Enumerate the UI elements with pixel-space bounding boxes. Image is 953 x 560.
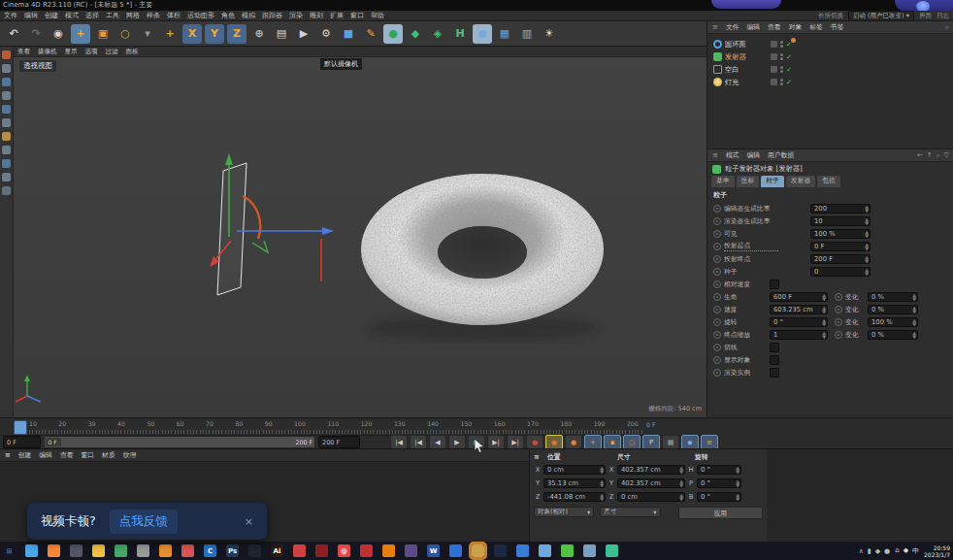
keyframe-selection-button[interactable]: ● bbox=[565, 435, 582, 449]
attribute-nav-icon[interactable]: ▽ bbox=[944, 149, 949, 161]
snap-icon[interactable] bbox=[2, 159, 11, 168]
close-icon[interactable]: × bbox=[245, 515, 253, 528]
lock-z-icon[interactable]: Z bbox=[227, 24, 246, 44]
variation-field[interactable]: 100 %▲▼ bbox=[868, 317, 918, 327]
coreldraw-icon[interactable]: C bbox=[204, 544, 216, 557]
viewport-menu-item[interactable]: 显示 bbox=[65, 47, 78, 56]
illustrator-icon[interactable]: Ai bbox=[271, 544, 283, 557]
param-circle-icon[interactable] bbox=[713, 293, 721, 301]
object-row[interactable]: 发射器 ✓ bbox=[707, 50, 953, 63]
rotation-field[interactable]: 0 °▲▼ bbox=[697, 492, 741, 502]
wechat-icon[interactable] bbox=[561, 544, 574, 557]
photoshop-icon[interactable]: Ps bbox=[226, 544, 239, 557]
menu-item[interactable]: 雕刻 bbox=[310, 11, 323, 20]
attribute-tab[interactable]: 包括 bbox=[817, 176, 840, 187]
camera-app-icon[interactable] bbox=[248, 544, 261, 557]
qq-icon[interactable] bbox=[25, 544, 38, 557]
size-field[interactable]: 0 cm▲▼ bbox=[617, 492, 685, 502]
rotation-field[interactable]: 0 °▲▼ bbox=[697, 465, 741, 475]
folder2-icon[interactable] bbox=[583, 544, 596, 557]
camera-icon[interactable]: ▥ bbox=[517, 24, 537, 44]
next-key-button[interactable]: ▶| bbox=[487, 435, 505, 449]
settings-orange-icon[interactable] bbox=[159, 544, 172, 557]
edges-mode-icon[interactable] bbox=[2, 105, 11, 114]
move-tool-icon[interactable]: + bbox=[71, 24, 90, 44]
primitive-cube-icon[interactable]: ■ bbox=[339, 24, 358, 44]
param-checkbox[interactable] bbox=[770, 343, 779, 352]
blender-icon[interactable] bbox=[382, 544, 395, 557]
search-icon[interactable]: ⌕ bbox=[945, 21, 949, 33]
attribute-tab[interactable]: 发射器 bbox=[786, 176, 815, 187]
subdivision-surface-icon[interactable]: ● bbox=[383, 24, 403, 44]
param-circle-icon[interactable] bbox=[835, 293, 842, 301]
param-checkbox[interactable] bbox=[770, 368, 779, 378]
tray-icon[interactable]: ▮ bbox=[868, 547, 871, 555]
tray-icon[interactable]: ◆ bbox=[875, 547, 880, 555]
folder-yellow-icon[interactable] bbox=[92, 544, 105, 557]
param-field[interactable]: 100 %▲▼ bbox=[810, 229, 871, 239]
menu-item[interactable]: 创建 bbox=[45, 11, 58, 20]
material-menu-item[interactable]: 材质 bbox=[102, 449, 115, 461]
tray-icon[interactable]: 中 bbox=[912, 546, 919, 556]
position-field[interactable]: -441.08 cm▲▼ bbox=[543, 492, 606, 502]
purple-app-icon[interactable] bbox=[405, 544, 417, 557]
param-checkbox[interactable] bbox=[770, 355, 779, 365]
layout-dropdown[interactable]: 启动 (用户已改变) ▾ bbox=[848, 11, 914, 21]
workplane-icon[interactable] bbox=[2, 173, 11, 181]
material-menu-item[interactable]: 窗口 bbox=[81, 449, 94, 461]
param-field[interactable]: 200 F▲▼ bbox=[810, 254, 871, 264]
menu-item[interactable]: 运动图形 bbox=[187, 11, 214, 20]
start-button[interactable]: ⊞ bbox=[3, 544, 16, 557]
last-tool-icon[interactable]: ▾ bbox=[138, 24, 157, 44]
viewport-menu-item[interactable]: 摄像机 bbox=[38, 47, 57, 56]
viewport-solo-icon[interactable] bbox=[2, 146, 11, 154]
param-field[interactable]: 10▲▼ bbox=[810, 216, 871, 226]
param-circle-icon[interactable] bbox=[713, 243, 721, 250]
enable-check-icon[interactable]: ✓ bbox=[786, 66, 792, 74]
tray-icon[interactable]: ● bbox=[884, 547, 890, 555]
visibility-dots-icon[interactable] bbox=[780, 66, 783, 73]
timeline-ruler[interactable]: 1020304050607080901001101201301401501601… bbox=[0, 418, 718, 436]
object-name[interactable]: 发射器 bbox=[725, 52, 768, 62]
render-view-icon[interactable]: ▤ bbox=[272, 24, 291, 44]
object-manager-menu-item[interactable]: 对象 bbox=[789, 21, 803, 33]
menu-item[interactable]: 选择 bbox=[85, 11, 99, 20]
menu-item[interactable]: 模拟 bbox=[242, 11, 255, 20]
scale-tool-icon[interactable]: ▣ bbox=[93, 24, 113, 44]
torus-object[interactable] bbox=[353, 168, 615, 333]
menu-item[interactable]: 体积 bbox=[167, 11, 181, 20]
object-name[interactable]: 灯光 bbox=[725, 78, 768, 87]
object-row[interactable]: 空白 ✓ bbox=[707, 63, 953, 76]
param-circle-icon[interactable] bbox=[713, 230, 721, 238]
attribute-menu-item[interactable]: 用户数据 bbox=[768, 149, 794, 161]
range-start-handle[interactable]: 0 F bbox=[46, 438, 61, 446]
texture-mode-icon[interactable] bbox=[2, 78, 11, 86]
panel-menu-icon[interactable]: ≡ bbox=[5, 449, 11, 461]
solo-mode-button[interactable]: ≡ bbox=[701, 435, 718, 449]
prev-frame-button[interactable]: ◀ bbox=[429, 435, 446, 449]
material-menu-item[interactable]: 纹理 bbox=[123, 449, 137, 461]
apply-button[interactable]: 应用 bbox=[678, 507, 763, 519]
param-circle-icon[interactable] bbox=[713, 255, 721, 263]
material-tag-icon[interactable] bbox=[791, 38, 796, 43]
tray-icon[interactable]: ∧ bbox=[859, 547, 864, 555]
feedback-button[interactable]: 点我反馈 bbox=[110, 510, 178, 534]
panel-menu-icon[interactable]: ≡ bbox=[712, 21, 718, 33]
param-field[interactable]: 0▲▼ bbox=[810, 267, 871, 277]
object-name[interactable]: 空白 bbox=[725, 65, 768, 75]
attribute-menu-item[interactable]: 模式 bbox=[726, 149, 739, 161]
record-scale-toggle[interactable]: ▪ bbox=[604, 435, 621, 449]
polygons-mode-icon[interactable] bbox=[2, 118, 11, 127]
mail-app-icon[interactable]: @ bbox=[338, 544, 350, 557]
visibility-dots-icon[interactable] bbox=[780, 41, 783, 48]
view-label[interactable]: 透视视图 bbox=[19, 60, 56, 72]
object-row[interactable]: 灯光 ✓ bbox=[707, 76, 953, 88]
record-rotation-toggle[interactable]: ○ bbox=[623, 435, 641, 449]
layer-tag-icon[interactable] bbox=[771, 41, 777, 48]
cinema4d-icon[interactable] bbox=[494, 544, 507, 557]
current-frame-field[interactable]: 0 F bbox=[3, 436, 41, 448]
light-icon[interactable]: ☀ bbox=[540, 24, 559, 44]
param-field[interactable]: 0 °▲▼ bbox=[770, 317, 828, 327]
record-objects-button[interactable]: ● bbox=[526, 435, 543, 449]
end-frame-field[interactable]: 200 F bbox=[318, 436, 360, 448]
